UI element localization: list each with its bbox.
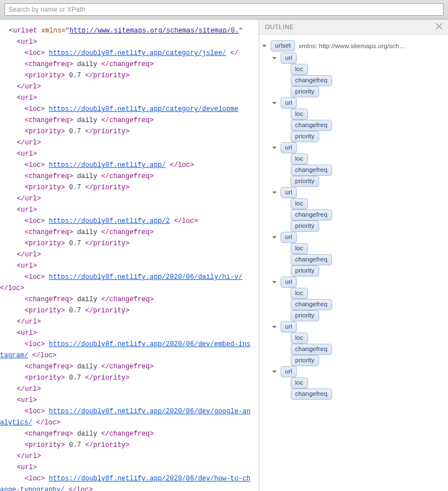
url-close[interactable]: </url> [0,193,259,204]
outline-changefreq[interactable]: changefreq [262,120,445,131]
url-open[interactable]: <url> [0,395,259,406]
xml-source-pane[interactable]: <urlset xmlns="http://www.sitemaps.org/s… [0,20,259,491]
priority-line[interactable]: <priority> 0.7 </priority> [0,439,259,451]
outline-url[interactable]: url [262,232,445,243]
loc-line[interactable]: <loc> https://doubly8f.netlify.app/ </lo… [0,160,259,171]
outline-pill-changefreq[interactable]: changefreq [291,344,332,355]
outline-pill-priority[interactable]: priority [291,86,319,97]
loc-line[interactable]: <loc> https://doubly8f.netlify.app/2020/… [0,406,259,428]
outline-pill-priority[interactable]: priority [291,355,319,366]
outline-pill-loc[interactable]: loc [291,64,308,75]
outline-priority[interactable]: priority [262,355,445,366]
url-open[interactable]: <url> [0,92,259,104]
outline-pill-url[interactable]: url [281,97,297,109]
chevron-down-icon[interactable] [272,235,277,240]
url-close[interactable]: </url> [0,137,259,148]
outline-pill-priority[interactable]: priority [291,176,319,187]
outline-loc[interactable]: loc [262,288,445,299]
url-close[interactable]: </url> [0,316,259,328]
changefreq-line[interactable]: <changefreq> daily </changefreq> [0,59,259,70]
outline-loc[interactable]: loc [262,198,445,209]
outline-loc[interactable]: loc [262,153,445,165]
search-input[interactable] [4,3,444,16]
loc-link[interactable]: https://doubly8f.netlify.app/category/js… [49,49,226,57]
chevron-down-icon[interactable] [272,190,277,195]
chevron-down-icon[interactable] [272,55,277,61]
outline-url[interactable]: url [262,53,445,64]
loc-line[interactable]: <loc> https://doubly8f.netlify.app/2020/… [0,473,259,491]
loc-line[interactable]: <loc> https://doubly8f.netlify.app/2 </l… [0,216,259,227]
url-close[interactable]: </url> [0,384,259,395]
changefreq-line[interactable]: <changefreq> daily </changefreq> [0,115,259,126]
loc-link[interactable]: https://doubly8f.netlify.app/ [49,161,166,169]
outline-url[interactable]: url [262,142,445,153]
outline-pill-loc[interactable]: loc [291,243,308,254]
outline-changefreq[interactable]: changefreq [262,389,445,400]
outline-changefreq[interactable]: changefreq [262,299,445,310]
loc-link[interactable]: https://doubly8f.netlify.app/category/de… [49,105,238,113]
chevron-down-icon[interactable] [272,369,277,375]
outline-pill-loc[interactable]: loc [291,153,308,165]
loc-line[interactable]: <loc> https://doubly8f.netlify.app/categ… [0,48,259,59]
xml-root-open[interactable]: <urlset xmlns="http://www.sitemaps.org/s… [0,25,259,36]
changefreq-line[interactable]: <changefreq> daily </changefreq> [0,361,259,372]
outline-pill-changefreq[interactable]: changefreq [291,209,332,221]
loc-line[interactable]: <loc> https://doubly8f.netlify.app/2020/… [0,272,259,294]
outline-changefreq[interactable]: changefreq [262,75,445,86]
outline-changefreq[interactable]: changefreq [262,165,445,176]
changefreq-line[interactable]: <changefreq> daily </changefreq> [0,428,259,439]
priority-line[interactable]: <priority> 0.7 </priority> [0,372,259,384]
outline-changefreq[interactable]: changefreq [262,344,445,355]
outline-pill-url[interactable]: url [281,277,297,288]
url-open[interactable]: <url> [0,204,259,216]
outline-loc[interactable]: loc [262,109,445,120]
changefreq-line[interactable]: <changefreq> daily </changefreq> [0,171,259,182]
outline-priority[interactable]: priority [262,86,445,97]
url-close[interactable]: </url> [0,249,259,260]
outline-loc[interactable]: loc [262,64,445,75]
outline-root[interactable]: urlsetxmlns: http://www.sitemaps.org/sch… [262,39,445,53]
outline-pill-loc[interactable]: loc [291,288,308,299]
xmlns-link[interactable]: http://www.sitemaps.org/schemas/sitemap/… [69,27,239,35]
outline-pill-priority[interactable]: priority [291,221,319,232]
chevron-down-icon[interactable] [272,279,277,285]
outline-pill-changefreq[interactable]: changefreq [291,75,332,86]
loc-line[interactable]: <loc> https://doubly8f.netlify.app/categ… [0,104,259,115]
outline-priority[interactable]: priority [262,310,445,321]
loc-link[interactable]: https://doubly8f.netlify.app/2020/06/dai… [49,273,242,281]
outline-pill-loc[interactable]: loc [291,333,308,344]
chevron-down-icon[interactable] [272,100,277,106]
outline-pill-url[interactable]: url [281,366,297,377]
outline-priority[interactable]: priority [262,131,445,142]
priority-line[interactable]: <priority> 0.7 </priority> [0,70,259,81]
url-open[interactable]: <url> [0,328,259,339]
outline-pill-priority[interactable]: priority [291,265,319,277]
outline-pill-changefreq[interactable]: changefreq [291,120,332,131]
url-close[interactable]: </url> [0,81,259,92]
priority-line[interactable]: <priority> 0.7 </priority> [0,238,259,249]
outline-loc[interactable]: loc [262,243,445,254]
outline-url[interactable]: url [262,321,445,333]
priority-line[interactable]: <priority> 0.7 </priority> [0,305,259,316]
outline-url[interactable]: url [262,277,445,288]
url-open[interactable]: <url> [0,260,259,272]
outline-pill-changefreq[interactable]: changefreq [291,254,332,265]
close-icon[interactable] [436,23,444,31]
loc-link[interactable]: https://doubly8f.netlify.app/2 [49,217,170,225]
url-open[interactable]: <url> [0,36,259,48]
changefreq-line[interactable]: <changefreq> daily </changefreq> [0,227,259,238]
outline-pill-url[interactable]: url [281,187,297,198]
priority-line[interactable]: <priority> 0.7 </priority> [0,126,259,137]
changefreq-line[interactable]: <changefreq> daily </changefreq> [0,294,259,305]
chevron-down-icon[interactable] [272,324,277,330]
outline-priority[interactable]: priority [262,176,445,187]
outline-pill-url[interactable]: url [281,232,297,243]
outline-pill-url[interactable]: url [281,321,297,333]
outline-pill-url[interactable]: url [281,53,297,64]
outline-loc[interactable]: loc [262,333,445,344]
url-open[interactable]: <url> [0,148,259,160]
url-close[interactable]: </url> [0,451,259,462]
outline-changefreq[interactable]: changefreq [262,209,445,221]
outline-pill-url[interactable]: url [281,142,297,153]
outline-pill-changefreq[interactable]: changefreq [291,299,332,310]
